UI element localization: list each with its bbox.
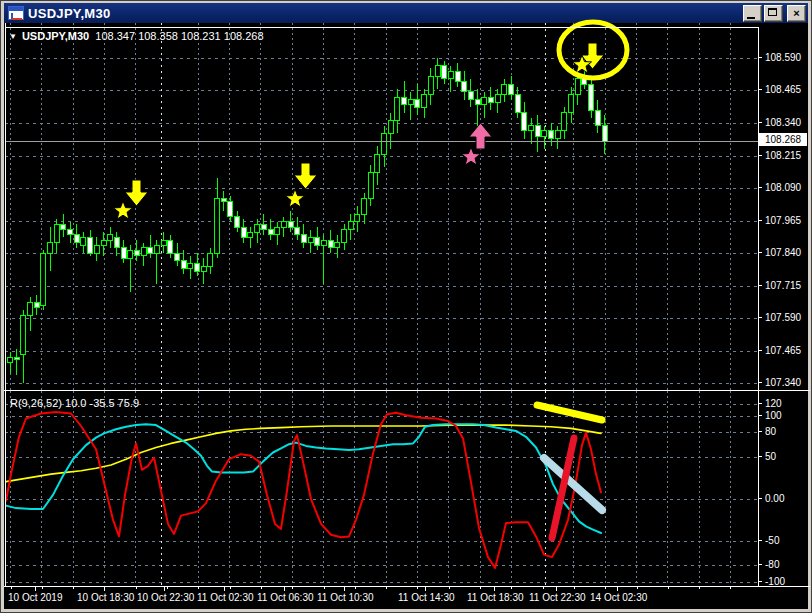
- bear-candle: [522, 113, 527, 131]
- bull-candle: [335, 243, 340, 248]
- time-axis-label: 11 Oct 10:30: [317, 592, 374, 603]
- time-tick: [480, 587, 481, 589]
- time-tick: [136, 587, 137, 589]
- time-tick-major: [494, 587, 495, 591]
- symbol-ohlc-label: ▼USDJPY,M30 108.347 108.358 108.231 108.…: [9, 30, 264, 42]
- star-marker: [114, 201, 133, 219]
- indicator-axis-label: -50: [759, 534, 779, 547]
- indicator-chart[interactable]: [5, 391, 758, 587]
- bear-candle: [549, 131, 554, 139]
- bull-candle: [355, 214, 360, 222]
- price-axis-label: 108.090: [759, 181, 801, 194]
- bull-candle: [248, 232, 253, 237]
- mt4-chart-window: USDJPY,M30 × ▼USDJPY,M30 108.347 108.358…: [0, 0, 812, 613]
- bull-candle: [348, 222, 353, 230]
- time-tick: [42, 587, 43, 589]
- indicator-axis-label: -80: [759, 558, 779, 571]
- bull-candle: [81, 237, 86, 245]
- bull-candle: [128, 250, 133, 258]
- bear-candle: [295, 227, 300, 235]
- bear-candle: [14, 357, 19, 360]
- indicator-line: [6, 412, 601, 568]
- bull-candle: [382, 133, 387, 154]
- time-tick-major: [425, 587, 426, 591]
- ohlc-values: 108.347 108.358 108.231 108.268: [95, 30, 263, 42]
- bear-candle: [402, 97, 407, 105]
- price-axis-label: 108.590: [759, 51, 801, 64]
- bull-candle: [422, 94, 427, 107]
- bear-candle: [34, 302, 39, 307]
- indicator-axis[interactable]: 12010080500.00-50-80-100: [759, 391, 810, 587]
- bull-candle: [108, 235, 113, 240]
- pane-splitter[interactable]: [4, 390, 810, 391]
- bull-candle: [482, 97, 487, 105]
- time-tick-major: [104, 587, 105, 591]
- candles: [8, 55, 608, 383]
- time-tick: [73, 587, 74, 589]
- bear-candle: [595, 110, 600, 126]
- time-tick: [355, 587, 356, 589]
- bull-candle: [188, 263, 193, 268]
- bull-candle: [54, 224, 59, 242]
- bear-candle: [589, 84, 594, 110]
- time-tick: [543, 587, 544, 589]
- time-tick: [198, 587, 199, 589]
- chevron-down-icon[interactable]: ▼: [9, 32, 17, 41]
- time-axis-label: 10 Oct 18:30: [77, 592, 134, 603]
- bear-candle: [195, 263, 200, 271]
- maximize-button[interactable]: [764, 5, 783, 22]
- bull-candle: [208, 253, 213, 266]
- time-axis[interactable]: 10 Oct 201910 Oct 18:3010 Oct 22:3011 Oc…: [5, 587, 810, 610]
- time-tick: [730, 587, 731, 589]
- time-tick: [668, 587, 669, 589]
- time-tick: [511, 587, 512, 589]
- price-axis[interactable]: 108.590108.465108.340108.268108.215108.0…: [759, 23, 810, 391]
- bull-candle: [575, 79, 580, 95]
- bear-candle: [602, 126, 607, 142]
- bull-candle: [141, 248, 146, 256]
- time-axis-label: 11 Oct 22:30: [529, 592, 586, 603]
- bear-candle: [509, 84, 514, 94]
- price-axis-label: 107.840: [759, 246, 801, 259]
- time-axis-label: 10 Oct 22:30: [137, 592, 194, 603]
- bull-candle: [428, 76, 433, 94]
- indicator-label: R(9,26,52) 10.0 -35.5 75.9: [10, 397, 139, 409]
- time-tick: [230, 587, 231, 589]
- time-axis-label: 11 Oct 02:30: [197, 592, 254, 603]
- trend-line-annotation: [537, 405, 602, 420]
- bull-candle: [395, 97, 400, 120]
- indicator-axis-label: 100: [759, 409, 782, 422]
- bear-candle: [148, 248, 153, 253]
- bear-candle: [468, 92, 473, 100]
- time-tick: [261, 587, 262, 589]
- bear-candle: [175, 253, 180, 261]
- bull-candle: [435, 66, 440, 76]
- time-axis-label: 11 Oct 14:30: [398, 592, 455, 603]
- bear-candle: [168, 240, 173, 253]
- main-chart[interactable]: [5, 23, 758, 391]
- bull-candle: [275, 227, 280, 235]
- title-bar[interactable]: USDJPY,M30 ×: [4, 3, 808, 23]
- bull-candle: [375, 154, 380, 172]
- time-tick: [699, 587, 700, 589]
- time-tick-major: [617, 587, 618, 591]
- star-marker: [462, 147, 481, 165]
- minimize-button[interactable]: [743, 5, 762, 22]
- bull-candle: [41, 253, 46, 305]
- bull-candle: [368, 172, 373, 198]
- close-button[interactable]: ×: [787, 5, 806, 22]
- time-tick-major: [164, 587, 165, 591]
- bull-candle: [281, 222, 286, 227]
- bull-candle: [8, 357, 13, 362]
- sell-arrow-icon: [125, 180, 148, 206]
- bear-candle: [88, 237, 93, 253]
- maximize-icon: [768, 8, 777, 16]
- price-axis-label: 107.340: [759, 376, 801, 389]
- bull-candle: [255, 224, 260, 232]
- price-axis-label: 107.715: [759, 279, 801, 292]
- chart-left-border: [5, 23, 6, 587]
- price-axis-label: 108.340: [759, 116, 801, 129]
- indicator-axis-label: 50: [759, 450, 776, 463]
- bull-candle: [21, 315, 26, 354]
- bear-candle: [415, 100, 420, 108]
